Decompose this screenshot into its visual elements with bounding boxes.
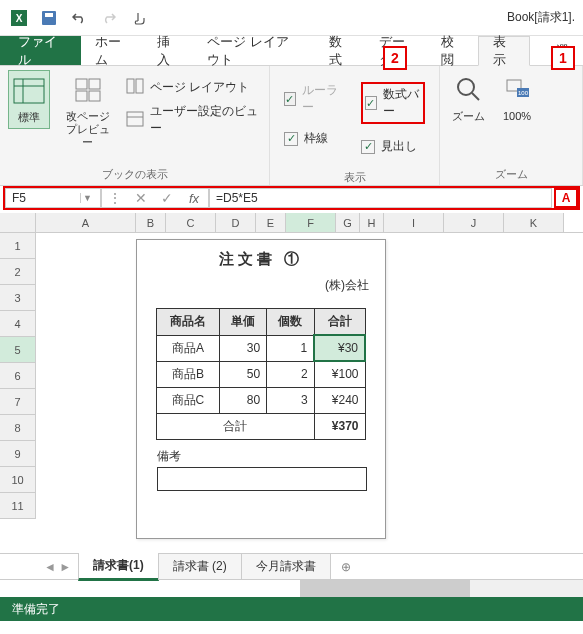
tab-formulas[interactable]: 数式 [315, 36, 366, 65]
tab-review[interactable]: 校閲 [427, 36, 478, 65]
svg-rect-3 [45, 13, 53, 17]
col-header[interactable]: I [384, 213, 444, 232]
sheet-tab-2[interactable]: 請求書 (2) [158, 553, 242, 580]
add-sheet-button[interactable]: ⊕ [331, 556, 361, 578]
gridlines-checkbox[interactable]: 枠線 [284, 130, 341, 147]
dots-icon[interactable]: ⋮ [102, 190, 128, 206]
row-header[interactable]: 6 [0, 363, 36, 389]
row-header[interactable]: 10 [0, 467, 36, 493]
cell[interactable]: 3 [267, 387, 314, 413]
cell[interactable]: 30 [219, 335, 266, 361]
fx-icon[interactable]: fx [180, 191, 208, 206]
cell-selected[interactable]: ¥30 [314, 335, 365, 361]
grid-area: 1 2 3 4 5 6 7 8 9 10 11 注文書 ① (株)会社 商品名 … [0, 233, 583, 553]
show-group-label: 表示 [278, 167, 431, 188]
col-header[interactable]: D [216, 213, 256, 232]
page-layout-button[interactable]: ページ レイアウト [126, 78, 261, 97]
name-box-dropdown-icon[interactable]: ▼ [80, 193, 94, 203]
zoom-100-icon: 100 [501, 74, 533, 106]
zoom-100-label: 100% [503, 110, 531, 123]
cell[interactable]: 商品C [157, 387, 220, 413]
col-header[interactable]: G [336, 213, 360, 232]
ruler-chk-icon [284, 92, 296, 106]
col-header[interactable]: C [166, 213, 216, 232]
sheet-tabs: ◄ ► 請求書(1) 請求書 (2) 今月請求書 ⊕ [0, 553, 583, 579]
svg-text:100: 100 [518, 90, 529, 96]
tab-page-layout[interactable]: ページ レイアウト [193, 36, 314, 65]
excel-icon[interactable]: X [8, 7, 30, 29]
zoom-100-button[interactable]: 100 100% [497, 70, 537, 127]
headings-checkbox[interactable]: 見出し [361, 138, 425, 155]
print-preview-document: 注文書 ① (株)会社 商品名 単価 個数 合計 商品A 30 1 ¥30 商品… [136, 239, 386, 539]
svg-rect-10 [89, 91, 100, 101]
formula-bar: F5 ▼ ⋮ ✕ ✓ fx =D5*E5 A [3, 186, 580, 210]
sheet-tab-1[interactable]: 請求書(1) [78, 552, 159, 581]
col-header[interactable]: H [360, 213, 384, 232]
th-price: 単価 [219, 309, 266, 336]
zoom-button[interactable]: ズーム [448, 70, 489, 127]
sheet-tab-3[interactable]: 今月請求書 [241, 553, 331, 580]
row-header[interactable]: 9 [0, 441, 36, 467]
formula-input[interactable]: =D5*E5 [209, 188, 552, 208]
sheet-nav[interactable]: ◄ ► [36, 560, 79, 574]
page-break-button[interactable]: 改ページ プレビュー [58, 70, 118, 154]
cell[interactable]: 商品A [157, 335, 220, 361]
row-header[interactable]: 5 [0, 337, 36, 363]
quick-access-toolbar: X [8, 7, 150, 29]
normal-view-button[interactable]: 標準 [8, 70, 50, 129]
page-layout-label: ページ レイアウト [150, 79, 249, 96]
tab-view[interactable]: 表示 [478, 36, 531, 66]
headings-label: 見出し [381, 138, 417, 155]
undo-icon[interactable] [68, 7, 90, 29]
cell[interactable]: 商品B [157, 361, 220, 387]
cell[interactable]: 50 [219, 361, 266, 387]
custom-views-button[interactable]: ユーザー設定のビュー [126, 103, 261, 137]
select-all-corner[interactable] [0, 213, 36, 232]
col-header[interactable]: B [136, 213, 166, 232]
cell[interactable]: 2 [267, 361, 314, 387]
row-header[interactable]: 11 [0, 493, 36, 519]
ruler-checkbox[interactable]: ルーラー [284, 82, 341, 116]
zoom-icon [453, 74, 485, 106]
remarks-box[interactable] [157, 467, 367, 491]
formula-bar-checkbox[interactable]: 数式バー [361, 82, 425, 124]
views-group-label: ブックの表示 [8, 164, 261, 185]
cancel-icon[interactable]: ✕ [128, 190, 154, 206]
name-box[interactable]: F5 ▼ [5, 188, 101, 208]
cell[interactable]: 80 [219, 387, 266, 413]
horizontal-scrollbar[interactable] [0, 579, 583, 597]
enter-icon[interactable]: ✓ [154, 190, 180, 206]
headings-chk-icon [361, 140, 375, 154]
tab-file[interactable]: ファイル [0, 36, 81, 65]
col-header[interactable]: J [444, 213, 504, 232]
annotation-1: 1 [551, 46, 575, 70]
col-header[interactable]: F [286, 213, 336, 232]
th-total: 合計 [314, 309, 365, 336]
total-label: 合計 [157, 413, 315, 439]
save-icon[interactable] [38, 7, 60, 29]
annotation-a: A [554, 188, 578, 208]
cells-area[interactable]: 注文書 ① (株)会社 商品名 単価 個数 合計 商品A 30 1 ¥30 商品… [36, 233, 583, 553]
tab-home[interactable]: ホーム [81, 36, 143, 65]
touch-icon[interactable] [128, 7, 150, 29]
row-header[interactable]: 4 [0, 311, 36, 337]
tab-insert[interactable]: 挿入 [143, 36, 194, 65]
row-header[interactable]: 1 [0, 233, 36, 259]
redo-icon[interactable] [98, 7, 120, 29]
col-header[interactable]: A [36, 213, 136, 232]
row-headers: 1 2 3 4 5 6 7 8 9 10 11 [0, 233, 36, 553]
remarks-label: 備考 [157, 448, 365, 465]
cell[interactable]: 1 [267, 335, 314, 361]
col-header[interactable]: E [256, 213, 286, 232]
ribbon: 標準 改ページ プレビュー ページ レイアウト ユーザー設定のビュー ブックの表… [0, 66, 583, 186]
row-header[interactable]: 8 [0, 415, 36, 441]
row-header[interactable]: 7 [0, 389, 36, 415]
cell[interactable]: ¥100 [314, 361, 365, 387]
row-header[interactable]: 3 [0, 285, 36, 311]
th-qty: 個数 [267, 309, 314, 336]
row-header[interactable]: 2 [0, 259, 36, 285]
zoom-label: ズーム [452, 110, 485, 123]
cell[interactable]: ¥240 [314, 387, 365, 413]
col-header[interactable]: K [504, 213, 564, 232]
normal-label: 標準 [18, 111, 40, 124]
